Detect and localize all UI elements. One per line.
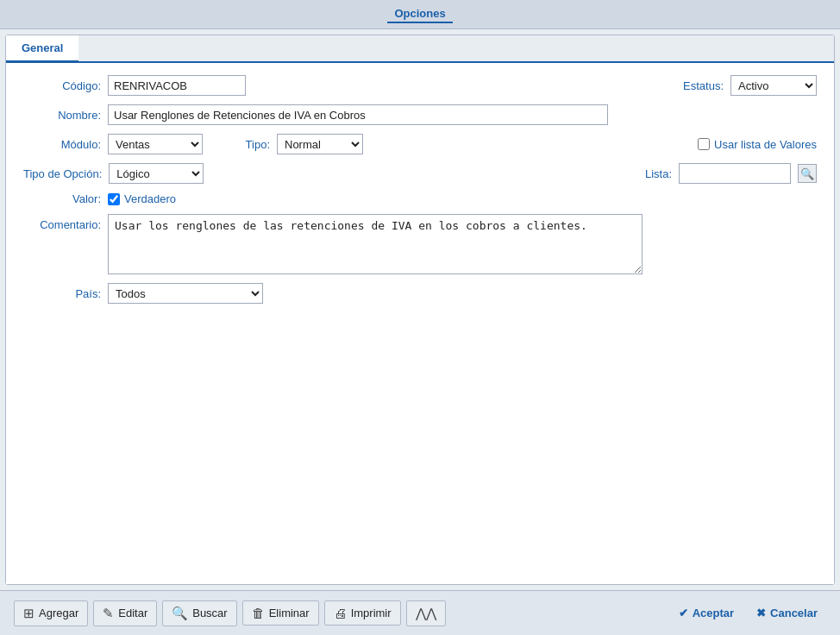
eliminar-button[interactable]: 🗑 Eliminar (242, 600, 319, 626)
verdadero-group: Verdadero (108, 192, 176, 205)
cancelar-label: Cancelar (770, 607, 818, 619)
aceptar-checkmark-icon: ✔ (679, 607, 688, 619)
buscar-icon: 🔍 (172, 606, 188, 621)
extra-icon: ⋀⋀ (416, 606, 436, 621)
editar-button[interactable]: ✎ Editar (93, 600, 157, 626)
codigo-row: Código: Estatus: Activo Inactivo (23, 75, 817, 96)
editar-icon: ✎ (103, 606, 114, 621)
codigo-label: Código: (23, 79, 101, 92)
agregar-label: Agregar (39, 607, 78, 619)
comentario-label: Comentario: (23, 218, 101, 231)
usar-lista-group: Usar lista de Valores (698, 138, 817, 151)
agregar-icon: ⊞ (23, 606, 34, 621)
comentario-textarea[interactable]: Usar los renglones de las retenciones de… (108, 214, 643, 274)
usar-lista-checkbox[interactable] (698, 138, 710, 150)
cancelar-x-icon: ✖ (756, 607, 766, 619)
estatus-select[interactable]: Activo Inactivo (730, 75, 817, 96)
verdadero-label: Verdadero (124, 192, 176, 205)
codigo-input[interactable] (108, 75, 246, 96)
aceptar-button[interactable]: ✔ Aceptar (670, 602, 743, 624)
title-bar: Opciones (0, 0, 840, 29)
form-area: Código: Estatus: Activo Inactivo Nombre:… (6, 63, 834, 584)
tipo-select[interactable]: Normal Avanzado (277, 134, 363, 154)
verdadero-checkbox[interactable] (108, 193, 120, 205)
cancelar-button[interactable]: ✖ Cancelar (748, 602, 826, 624)
agregar-button[interactable]: ⊞ Agregar (14, 600, 88, 626)
lista-input[interactable] (679, 163, 791, 184)
pais-select[interactable]: Todos Venezuela Colombia (108, 283, 263, 304)
extra-button[interactable]: ⋀⋀ (406, 600, 446, 626)
window: Opciones General Código: Estatus: Activo… (0, 0, 840, 635)
usar-lista-label: Usar lista de Valores (714, 138, 817, 151)
modulo-select[interactable]: Ventas Compras General (108, 134, 203, 154)
modulo-row: Módulo: Ventas Compras General Tipo: Nor… (23, 134, 817, 154)
nombre-input[interactable] (108, 104, 608, 125)
editar-label: Editar (118, 607, 147, 619)
modulo-label: Módulo: (23, 138, 101, 151)
bottom-toolbar: ⊞ Agregar ✎ Editar 🔍 Buscar 🗑 Eliminar 🖨… (0, 590, 840, 635)
comentario-row: Comentario: Usar los renglones de las re… (23, 214, 817, 274)
tabs-bar: General (6, 35, 834, 63)
tipo-label: Tipo: (227, 138, 270, 151)
eliminar-label: Eliminar (269, 607, 310, 619)
valor-row: Valor: Verdadero (23, 192, 817, 205)
tipo-opcion-select[interactable]: Lógico Texto Numérico (109, 163, 204, 184)
window-title: Opciones (387, 5, 452, 23)
lista-search-button[interactable]: 🔍 (798, 164, 817, 183)
nombre-row: Nombre: (23, 104, 817, 125)
tipo-opcion-row: Tipo de Opción: Lógico Texto Numérico Li… (23, 163, 817, 184)
tab-general[interactable]: General (6, 35, 78, 63)
nombre-label: Nombre: (23, 109, 101, 122)
valor-label: Valor: (23, 192, 101, 205)
eliminar-icon: 🗑 (252, 606, 265, 620)
pais-row: País: Todos Venezuela Colombia (23, 283, 817, 304)
main-content: General Código: Estatus: Activo Inactivo… (5, 35, 835, 585)
imprimir-button[interactable]: 🖨 Imprimir (324, 600, 401, 626)
pais-label: País: (23, 287, 101, 300)
estatus-label: Estatus: (683, 79, 724, 92)
buscar-label: Buscar (192, 607, 227, 619)
aceptar-label: Aceptar (693, 607, 734, 619)
imprimir-icon: 🖨 (334, 606, 347, 620)
lista-label: Lista: (645, 167, 672, 180)
tipo-opcion-label: Tipo de Opción: (23, 167, 102, 180)
imprimir-label: Imprimir (351, 607, 392, 619)
buscar-button[interactable]: 🔍 Buscar (162, 600, 236, 626)
